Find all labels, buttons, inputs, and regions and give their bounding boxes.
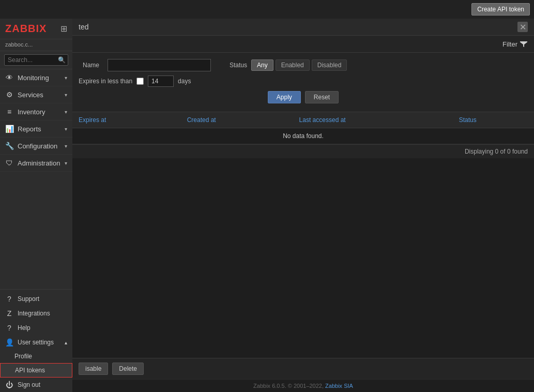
disable-button[interactable]: isable bbox=[79, 363, 108, 375]
top-bar: Create API token bbox=[0, 0, 534, 19]
reports-icon: 📊 bbox=[5, 125, 13, 133]
chevron-down-icon: ▾ bbox=[65, 143, 67, 149]
integrations-icon: Z bbox=[5, 309, 13, 318]
expires-checkbox[interactable] bbox=[136, 78, 144, 85]
data-table: Expires at Created at Last accessed at S… bbox=[72, 112, 534, 144]
filter-row-name: Name Status Any Enabled Disabled bbox=[79, 59, 528, 71]
filter-actions: Apply Reset bbox=[79, 87, 528, 105]
reset-button[interactable]: Reset bbox=[305, 91, 339, 103]
sidebar-item-label: Integrations bbox=[18, 310, 50, 317]
footer: Zabbix 6.0.5. © 2001–2022, Zabbix SIA bbox=[72, 379, 534, 392]
table-area: Expires at Created at Last accessed at S… bbox=[72, 112, 534, 358]
configuration-icon: 🔧 bbox=[5, 142, 13, 150]
page-header: ted ✕ bbox=[72, 19, 534, 36]
user-settings-label: User settings bbox=[18, 339, 54, 346]
filter-form: Name Status Any Enabled Disabled Expires… bbox=[72, 53, 534, 112]
sidebar-subitem-api-tokens[interactable]: API tokens bbox=[0, 363, 72, 378]
status-group: Status Any Enabled Disabled bbox=[230, 59, 347, 71]
sidebar-item-label: Services bbox=[18, 91, 43, 99]
chevron-down-icon: ▾ bbox=[65, 126, 67, 132]
sidebar: ZABBIX ⊞ zabboc.c... 🔍 👁 Monitoring ▾ ⚙ … bbox=[0, 19, 72, 392]
sidebar-item-support[interactable]: ? Support bbox=[0, 292, 72, 306]
support-icon: ? bbox=[5, 295, 13, 303]
col-created-at[interactable]: Created at bbox=[181, 112, 293, 128]
sidebar-item-label: Administration bbox=[18, 159, 60, 167]
name-input[interactable] bbox=[108, 59, 211, 71]
col-expires-at[interactable]: Expires at bbox=[72, 112, 181, 128]
content-area: ted ✕ Filter Name Status Any Enabled D bbox=[72, 19, 534, 392]
sidebar-item-monitoring[interactable]: 👁 Monitoring ▾ bbox=[0, 69, 72, 86]
sidebar-toggle-icon[interactable]: ⊞ bbox=[60, 24, 67, 34]
chevron-up-icon: ▴ bbox=[65, 340, 67, 345]
sidebar-item-help[interactable]: ? Help bbox=[0, 321, 72, 335]
sidebar-item-label: Support bbox=[18, 295, 39, 303]
status-any-button[interactable]: Any bbox=[251, 59, 273, 71]
sidebar-nav: 👁 Monitoring ▾ ⚙ Services ▾ ≡ Inventory … bbox=[0, 69, 72, 289]
user-icon: 👤 bbox=[5, 338, 13, 346]
filter-row-expires: Expires in less than days bbox=[79, 76, 528, 87]
help-icon: ? bbox=[5, 324, 13, 332]
sidebar-item-label: Reports bbox=[18, 125, 41, 133]
footer-link[interactable]: Zabbix SIA bbox=[325, 383, 353, 389]
sidebar-subitem-profile[interactable]: Profile bbox=[0, 350, 72, 363]
chevron-down-icon: ▾ bbox=[65, 92, 67, 98]
search-icon[interactable]: 🔍 bbox=[58, 56, 66, 64]
sidebar-logo: ZABBIX ⊞ bbox=[0, 19, 72, 39]
filter-bar: Filter bbox=[72, 36, 534, 53]
sidebar-item-configuration[interactable]: 🔧 Configuration ▾ bbox=[0, 138, 72, 155]
api-tokens-label: API tokens bbox=[15, 367, 45, 374]
expires-days-input[interactable] bbox=[148, 76, 174, 87]
bottom-actions: isable Delete bbox=[72, 358, 534, 379]
sidebar-item-sign-out[interactable]: ⏻ Sign out bbox=[0, 378, 72, 392]
sidebar-item-user-settings[interactable]: 👤 User settings ▴ bbox=[0, 335, 72, 350]
display-count: Displaying 0 of 0 found bbox=[72, 144, 534, 158]
chevron-down-icon: ▾ bbox=[65, 75, 67, 81]
sidebar-search-container: 🔍 bbox=[0, 51, 72, 69]
filter-toggle-button[interactable]: Filter bbox=[502, 40, 528, 48]
sidebar-item-label: Monitoring bbox=[18, 74, 49, 82]
delete-button[interactable]: Delete bbox=[112, 363, 144, 375]
chevron-down-icon: ▾ bbox=[65, 109, 67, 115]
no-data-message: No data found. bbox=[72, 128, 534, 144]
sidebar-item-label: Inventory bbox=[18, 108, 45, 116]
sidebar-user: zabboc.c... bbox=[0, 39, 72, 51]
main-layout: ZABBIX ⊞ zabboc.c... 🔍 👁 Monitoring ▾ ⚙ … bbox=[0, 19, 534, 392]
col-status[interactable]: Status bbox=[453, 112, 534, 128]
status-enabled-button[interactable]: Enabled bbox=[276, 59, 310, 71]
status-label: Status bbox=[230, 62, 247, 69]
expires-label: Expires in less than bbox=[79, 78, 132, 85]
create-api-token-button[interactable]: Create API token bbox=[471, 3, 530, 16]
sidebar-item-label: Configuration bbox=[18, 142, 57, 150]
sidebar-item-administration[interactable]: 🛡 Administration ▾ bbox=[0, 155, 72, 172]
filter-icon bbox=[520, 40, 528, 48]
monitoring-icon: 👁 bbox=[5, 73, 13, 82]
sidebar-item-services[interactable]: ⚙ Services ▾ bbox=[0, 86, 72, 103]
footer-text: Zabbix 6.0.5. © 2001–2022, bbox=[253, 383, 324, 389]
name-label: Name bbox=[79, 62, 99, 69]
inventory-icon: ≡ bbox=[5, 108, 13, 116]
administration-icon: 🛡 bbox=[5, 159, 13, 167]
status-disabled-button[interactable]: Disabled bbox=[312, 59, 347, 71]
services-icon: ⚙ bbox=[5, 91, 13, 99]
apply-button[interactable]: Apply bbox=[268, 91, 301, 103]
zabbix-logo: ZABBIX bbox=[5, 23, 47, 35]
sign-out-label: Sign out bbox=[18, 381, 40, 388]
filter-label: Filter bbox=[502, 40, 517, 48]
expires-days-label: days bbox=[178, 78, 191, 85]
sidebar-item-label: Help bbox=[18, 324, 30, 331]
sidebar-bottom: ? Support Z Integrations ? Help 👤 User s… bbox=[0, 289, 72, 392]
chevron-down-icon: ▾ bbox=[65, 160, 67, 166]
sidebar-item-reports[interactable]: 📊 Reports ▾ bbox=[0, 120, 72, 138]
close-button[interactable]: ✕ bbox=[517, 22, 528, 32]
col-last-accessed-at[interactable]: Last accessed at bbox=[293, 112, 453, 128]
profile-label: Profile bbox=[14, 353, 32, 360]
sidebar-item-integrations[interactable]: Z Integrations bbox=[0, 306, 72, 321]
sign-out-icon: ⏻ bbox=[5, 381, 13, 389]
table-row: No data found. bbox=[72, 128, 534, 144]
sidebar-item-inventory[interactable]: ≡ Inventory ▾ bbox=[0, 103, 72, 120]
page-title: ted bbox=[79, 23, 88, 31]
